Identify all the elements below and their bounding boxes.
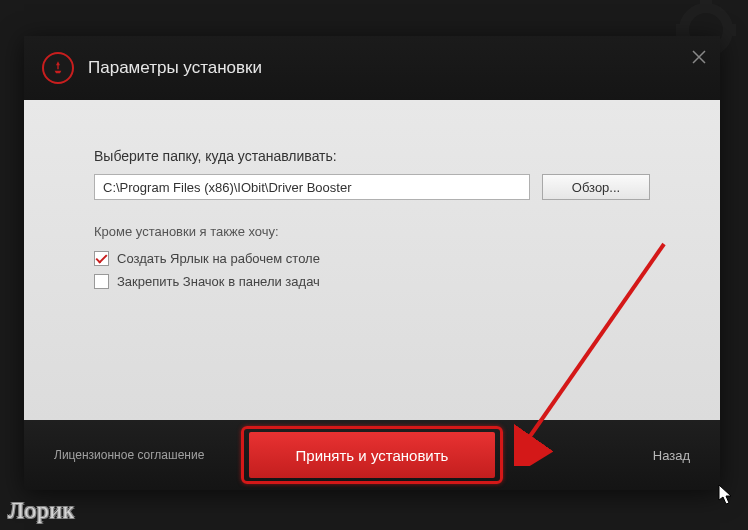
app-icon xyxy=(42,52,74,84)
title-bar: Параметры установки xyxy=(24,36,720,100)
window-title: Параметры установки xyxy=(88,58,262,78)
pin-taskbar-label: Закрепить Значок в панели задач xyxy=(117,274,320,289)
cursor-icon xyxy=(718,484,734,506)
additional-options-label: Кроме установки я также хочу: xyxy=(94,224,650,239)
install-path-input[interactable] xyxy=(94,174,530,200)
svg-rect-3 xyxy=(676,24,688,36)
pin-taskbar-checkbox[interactable] xyxy=(94,274,109,289)
browse-button[interactable]: Обзор... xyxy=(542,174,650,200)
installer-window: Параметры установки Выберите папку, куда… xyxy=(24,36,720,490)
path-row: Обзор... xyxy=(94,174,650,200)
option-pin-taskbar: Закрепить Значок в панели задач xyxy=(94,274,650,289)
option-desktop-shortcut: Создать Ярлык на рабочем столе xyxy=(94,251,650,266)
close-button[interactable] xyxy=(692,50,706,64)
watermark-text: Лорик xyxy=(8,497,75,524)
license-link[interactable]: Лицензионное соглашение xyxy=(54,448,204,462)
svg-rect-1 xyxy=(700,0,712,12)
desktop-shortcut-label: Создать Ярлык на рабочем столе xyxy=(117,251,320,266)
select-folder-label: Выберите папку, куда устанавливать: xyxy=(94,148,650,164)
back-button[interactable]: Назад xyxy=(653,448,690,463)
footer-bar: Лицензионное соглашение Принять и устано… xyxy=(24,420,720,490)
content-panel: Выберите папку, куда устанавливать: Обзо… xyxy=(24,100,720,420)
desktop-shortcut-checkbox[interactable] xyxy=(94,251,109,266)
svg-rect-4 xyxy=(724,24,736,36)
install-button[interactable]: Принять и установить xyxy=(249,432,495,478)
